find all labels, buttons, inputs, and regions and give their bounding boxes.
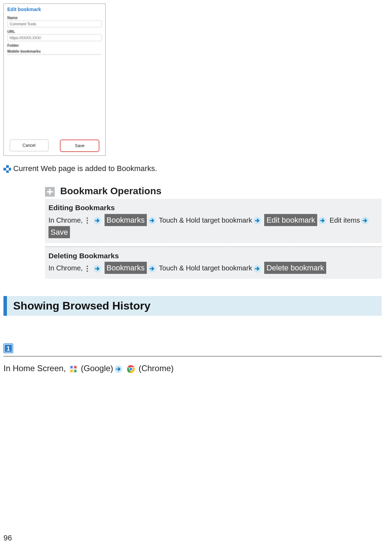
svg-rect-2 [6, 168, 9, 171]
kebab-menu-icon [84, 217, 90, 224]
svg-rect-3 [9, 165, 11, 168]
arrow-right-icon [319, 217, 326, 224]
svg-rect-29 [74, 366, 77, 368]
arrow-right-icon [93, 217, 101, 224]
bookmark-operations-section: Bookmark Operations Editing Bookmarks In… [45, 184, 382, 279]
editing-bookmarks-line: In Chrome, Bookmarks Touch & Hold target… [48, 214, 378, 238]
step-1-prefix: In Home Screen, [3, 364, 68, 373]
chip-bookmarks: Bookmarks [105, 262, 147, 274]
svg-rect-28 [70, 366, 73, 368]
phone-save-button: Save [60, 140, 99, 152]
phone-button-row: Cancel Save [4, 140, 105, 152]
bookmark-operations-heading: Bookmark Operations [45, 184, 382, 199]
step-rule [3, 356, 382, 357]
result-text: Current Web page is added to Bookmarks. [13, 164, 157, 173]
phone-name-value: Comment Tools [7, 20, 102, 27]
svg-rect-30 [70, 370, 73, 372]
phone-cancel-button: Cancel [10, 140, 48, 151]
deleting-bookmarks-subhead: Deleting Bookmarks [48, 250, 378, 261]
arrow-right-icon [115, 365, 122, 373]
deleting-bookmarks-block: Deleting Bookmarks In Chrome, Bookmarks … [45, 247, 382, 279]
phone-url-label: URL [4, 28, 105, 34]
edit-items-text: Edit items [330, 216, 360, 224]
phone-folder-label: Folder [4, 42, 105, 47]
arrow-right-icon [93, 265, 101, 272]
svg-point-18 [87, 268, 88, 269]
svg-rect-8 [47, 191, 53, 193]
svg-point-35 [130, 368, 133, 370]
phone-screenshot: Edit bookmark Name Comment Tools URL htt… [3, 3, 106, 156]
result-line: Current Web page is added to Bookmarks. [3, 164, 382, 173]
svg-rect-5 [9, 171, 11, 173]
google-folder-icon [70, 365, 77, 373]
svg-point-9 [87, 217, 88, 219]
svg-point-11 [87, 222, 88, 224]
svg-point-19 [87, 270, 88, 272]
svg-point-10 [87, 220, 88, 221]
result-checker-icon [3, 165, 11, 173]
chip-save: Save [48, 226, 70, 238]
section-heading-history: Showing Browsed History [3, 296, 382, 316]
step-1-chrome-text: (Chrome) [139, 364, 173, 373]
chip-bookmarks: Bookmarks [105, 214, 147, 226]
phone-titlebar: Edit bookmark [4, 4, 105, 14]
arrow-right-icon [253, 217, 261, 224]
arrow-right-icon [148, 265, 156, 272]
arrow-right-icon [253, 265, 261, 272]
svg-point-17 [87, 266, 88, 267]
step-1-line: In Home Screen, (Google) (Chrome) [3, 364, 382, 373]
chip-delete-bookmark: Delete bookmark [264, 262, 326, 274]
touch-hold-text: Touch & Hold target bookmark [159, 216, 252, 224]
svg-rect-1 [3, 165, 6, 168]
step-1-badge-row: 1 [3, 343, 382, 353]
plus-icon [45, 187, 55, 197]
step-1-google-text: (Google) [81, 364, 113, 373]
editing-bookmarks-block: Editing Bookmarks In Chrome, Bookmarks T… [45, 199, 382, 243]
arrow-right-icon [361, 217, 369, 224]
kebab-menu-icon [84, 265, 90, 272]
svg-rect-4 [3, 171, 6, 173]
prefix-text: In Chrome, [48, 264, 84, 272]
chrome-icon [127, 365, 135, 373]
bookmark-operations-heading-text: Bookmark Operations [60, 186, 162, 196]
svg-text:1: 1 [7, 345, 10, 352]
arrow-right-icon [148, 217, 156, 224]
deleting-bookmarks-line: In Chrome, Bookmarks Touch & Hold target… [48, 262, 378, 274]
phone-name-label: Name [4, 14, 105, 20]
step-number-1-icon: 1 [3, 343, 13, 353]
chip-edit-bookmark: Edit bookmark [264, 214, 317, 226]
touch-hold-text: Touch & Hold target bookmark [159, 264, 252, 272]
phone-url-value: https://XXXX.XXX/ [7, 34, 102, 41]
svg-rect-31 [74, 370, 77, 372]
editing-bookmarks-subhead: Editing Bookmarks [48, 202, 378, 213]
phone-folder-value: Mobile bookmarks [7, 48, 102, 55]
prefix-text: In Chrome, [48, 216, 84, 224]
